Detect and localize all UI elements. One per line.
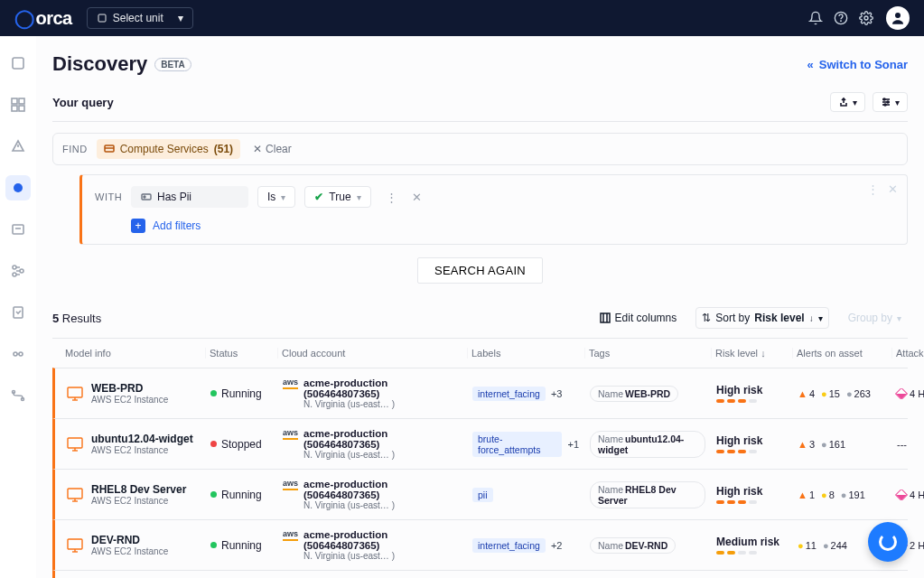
col-paths: Attack Paths xyxy=(892,348,924,359)
more-icon[interactable]: ⋮ xyxy=(867,182,879,196)
search-again-button[interactable]: SEARCH AGAIN xyxy=(417,257,543,284)
your-query-label: Your query xyxy=(52,96,114,109)
sidebar-item-discovery[interactable] xyxy=(5,175,31,200)
svg-point-25 xyxy=(883,98,885,100)
row-cloud: awsacme-production (506464807365)N. Virg… xyxy=(277,378,467,409)
col-cloud: Cloud account xyxy=(278,348,468,359)
svg-point-2 xyxy=(841,21,842,22)
svg-rect-0 xyxy=(98,14,106,22)
row-status: Running xyxy=(205,539,277,552)
find-chip[interactable]: Compute Services (51) xyxy=(97,139,240,159)
row-risk: High risk xyxy=(711,434,792,453)
page-title: Discovery xyxy=(52,52,147,76)
row-labels: internet_facing+2 xyxy=(467,538,584,553)
col-model: Model info xyxy=(61,348,206,359)
avatar[interactable] xyxy=(886,6,910,30)
sort-by[interactable]: ⇅Sort by Risk level ↓ ▾ xyxy=(695,307,828,329)
svg-rect-6 xyxy=(12,98,17,104)
gear-icon[interactable] xyxy=(854,5,879,31)
row-status: Running xyxy=(205,387,277,400)
sidebar-item-8[interactable] xyxy=(5,341,31,367)
with-field[interactable]: Has Pii xyxy=(131,186,248,208)
svg-rect-38 xyxy=(68,438,82,448)
export-button[interactable]: ▾ xyxy=(830,92,865,112)
col-risk: Risk level ↓ xyxy=(712,348,793,359)
close-icon[interactable]: ✕ xyxy=(888,182,898,196)
help-icon[interactable] xyxy=(828,5,854,31)
with-more-icon[interactable]: ⋮ xyxy=(386,191,397,204)
col-tags: Tags xyxy=(585,348,712,359)
unit-selector[interactable]: Select unit ▾ xyxy=(87,7,193,29)
find-row: FIND Compute Services (51) ✕ Clear xyxy=(52,133,908,165)
svg-point-11 xyxy=(14,183,23,192)
row-cloud: awsacme-production (506464807365)N. Virg… xyxy=(277,428,467,460)
aws-icon: aws xyxy=(283,529,298,541)
svg-rect-7 xyxy=(19,98,24,104)
chat-icon xyxy=(879,533,897,551)
svg-rect-9 xyxy=(19,106,24,111)
svg-point-15 xyxy=(20,269,23,273)
row-alerts: ▲4●15●263 xyxy=(792,388,891,399)
row-status: Stopped xyxy=(205,438,277,451)
row-paths: --- xyxy=(891,439,924,450)
switch-to-sonar[interactable]: « Switch to Sonar xyxy=(807,58,908,71)
sidebar-item-3[interactable] xyxy=(5,134,31,159)
row-name: ubuntu12.04-widget xyxy=(91,433,193,445)
row-name: RHEL8 Dev Server xyxy=(91,483,186,496)
row-tags: Nameubuntu12.04-widget xyxy=(584,431,711,458)
row-cloud: awsacme-production (506464807365)N. Virg… xyxy=(277,479,467,510)
aws-icon: aws xyxy=(283,378,298,389)
svg-point-26 xyxy=(887,101,889,103)
with-value[interactable]: ✔True▾ xyxy=(304,186,370,208)
settings-button[interactable]: ▾ xyxy=(873,92,908,112)
table-row[interactable]: DEV-RNDAWS EC2 InstanceRunningawsacme-pr… xyxy=(52,519,908,570)
svg-rect-5 xyxy=(13,58,23,69)
brand-logo: ◯orca xyxy=(14,7,72,29)
table-row[interactable]: elkAWS EC2 InstanceRunningawsAPI Securit… xyxy=(52,570,908,578)
with-remove-icon[interactable]: ✕ xyxy=(412,191,422,204)
row-status: Running xyxy=(205,489,277,501)
row-alerts: ▲3●161 xyxy=(792,439,891,450)
sidebar-item-2[interactable] xyxy=(5,92,31,117)
row-tags: NameDEV-RND xyxy=(584,537,711,554)
clear-button[interactable]: ✕ Clear xyxy=(253,143,292,155)
row-name: DEV-RND xyxy=(91,534,168,546)
with-box: ⋮ ✕ WITH Has Pii Is▾ ✔True▾ ⋮ ✕ + Add fi… xyxy=(79,174,908,245)
sidebar-item-6[interactable] xyxy=(5,258,31,284)
svg-rect-35 xyxy=(68,387,82,397)
table-row[interactable]: WEB-PRDAWS EC2 InstanceRunningawsacme-pr… xyxy=(52,368,908,418)
aws-icon: aws xyxy=(283,479,298,490)
sidebar-item-7[interactable] xyxy=(5,300,31,325)
results-table: Model info Status Cloud account Labels T… xyxy=(52,338,908,578)
row-risk: Medium risk xyxy=(711,536,792,555)
sidebar-item-5[interactable] xyxy=(5,217,31,242)
vm-icon xyxy=(66,536,84,555)
sidebar-item-9[interactable] xyxy=(5,383,31,408)
table-row[interactable]: ubuntu12.04-widgetAWS EC2 InstanceStoppe… xyxy=(52,418,908,469)
topbar: ◯orca Select unit ▾ xyxy=(0,0,924,36)
group-by[interactable]: Group by ▾ xyxy=(842,307,908,329)
svg-point-27 xyxy=(884,104,886,106)
sidebar-item-1[interactable] xyxy=(5,51,31,76)
row-labels: internet_facing+3 xyxy=(467,387,584,401)
svg-point-16 xyxy=(13,273,16,276)
table-row[interactable]: RHEL8 Dev ServerAWS EC2 InstanceRunninga… xyxy=(52,469,908,519)
row-paths: 4 High In xyxy=(891,388,924,399)
svg-point-3 xyxy=(864,16,868,20)
with-op[interactable]: Is▾ xyxy=(257,186,295,208)
row-risk: High risk xyxy=(711,384,792,403)
edit-columns[interactable]: Edit columns xyxy=(593,307,684,329)
vm-icon xyxy=(66,486,84,504)
aws-icon: aws xyxy=(283,428,298,440)
row-labels: brute-force_attempts+1 xyxy=(467,432,584,457)
add-filters[interactable]: + Add filters xyxy=(131,219,894,233)
bell-icon[interactable] xyxy=(803,5,828,31)
row-alerts: ▲1●8●191 xyxy=(792,489,891,500)
row-tags: NameRHEL8 Dev Server xyxy=(584,481,711,508)
row-sub: AWS EC2 Instance xyxy=(91,395,168,405)
chat-fab[interactable] xyxy=(868,522,908,562)
svg-point-18 xyxy=(14,352,17,356)
svg-rect-44 xyxy=(68,539,82,549)
row-labels: pii xyxy=(467,488,584,502)
svg-point-4 xyxy=(895,13,901,18)
